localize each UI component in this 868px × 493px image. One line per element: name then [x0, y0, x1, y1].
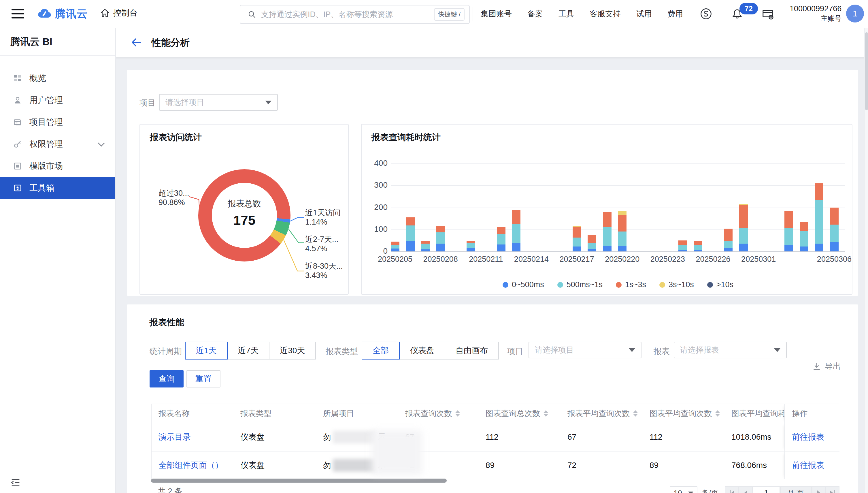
- segment-0~500ms: [573, 246, 581, 251]
- last-page-button[interactable]: [826, 486, 840, 493]
- sort-icon[interactable]: [543, 410, 548, 416]
- report-name-link[interactable]: 演示目录: [158, 432, 191, 443]
- bar-20250206[interactable]: [406, 217, 415, 251]
- go-to-report-link[interactable]: 前往报表: [792, 460, 824, 471]
- export-button[interactable]: 导出: [812, 361, 841, 372]
- bar-20250227[interactable]: [724, 229, 733, 251]
- period-option-近1天[interactable]: 近1天: [185, 342, 228, 360]
- legend-item-3s~10s[interactable]: 3s~10s: [659, 280, 694, 289]
- period-option-近30天[interactable]: 近30天: [269, 342, 316, 360]
- segment-500ms~1s: [830, 224, 839, 242]
- segment-0~500ms: [436, 243, 445, 251]
- avatar[interactable]: 1: [846, 5, 864, 22]
- bar-20250305[interactable]: [815, 184, 823, 251]
- page-size-select[interactable]: 10: [670, 486, 697, 493]
- column-header-图表平均查询耗时: 图表平均查询耗时: [731, 404, 784, 423]
- bar-20250304[interactable]: [800, 222, 808, 251]
- bar-20250303[interactable]: [784, 211, 793, 251]
- column-header-label: 所属项目: [323, 408, 354, 419]
- legend-item-500ms~1s[interactable]: 500ms~1s: [557, 280, 603, 289]
- donut-slice-label-0: 超过30...90.86%: [158, 189, 189, 207]
- report-name-link[interactable]: 全部组件页面（）: [158, 460, 223, 471]
- segment-1s~3s: [678, 240, 687, 245]
- bar-20250224[interactable]: [678, 240, 687, 251]
- service-icon[interactable]: [700, 7, 712, 20]
- column-header-图表查询总次数[interactable]: 图表查询总次数: [486, 404, 567, 423]
- sidebar-item-项目管理[interactable]: 项目管理: [0, 111, 115, 133]
- search-button[interactable]: 查询: [150, 370, 183, 387]
- current-page[interactable]: 1: [753, 486, 780, 493]
- topbar-menu-item-5[interactable]: 费用: [667, 9, 683, 19]
- bar-20250212[interactable]: [497, 227, 506, 251]
- performance-card: 报表性能 统计周期 近1天近7天近30天 报表类型 全部仪表盘自由画布 项目 请…: [127, 304, 858, 493]
- console-settings-icon[interactable]: [761, 7, 775, 20]
- bar-20250213[interactable]: [512, 210, 520, 251]
- table-hscrollbar: [151, 478, 840, 483]
- account-info[interactable]: 100000992766 主账号: [789, 3, 842, 23]
- legend-item-1s~3s[interactable]: 1s~3s: [616, 280, 646, 289]
- topbar-menu-item-3[interactable]: 客服支持: [589, 9, 621, 19]
- bar-20250306[interactable]: [830, 208, 839, 252]
- global-search-input[interactable]: 支持通过实例ID、IP、名称等搜索资源 快捷键 /: [240, 5, 470, 24]
- sort-down: [543, 414, 548, 416]
- segment-500ms~1s: [421, 243, 430, 250]
- sort-icon[interactable]: [633, 410, 638, 416]
- page-scrollbar-thumb[interactable]: [865, 32, 868, 110]
- hamburger-menu-icon[interactable]: [12, 9, 24, 19]
- sidebar-item-权限管理[interactable]: 权限管理: [0, 133, 115, 155]
- sidebar-item-工具箱[interactable]: 工具箱: [0, 177, 115, 199]
- topbar-menu-item-0[interactable]: 集团账号: [481, 9, 512, 19]
- topbar-menu-item-1[interactable]: 备案: [527, 9, 543, 19]
- x-tick-20250226: 20250226: [689, 255, 738, 264]
- type-option-全部[interactable]: 全部: [362, 342, 400, 360]
- go-to-report-link[interactable]: 前往报表: [792, 432, 824, 443]
- bar-20250205[interactable]: [391, 242, 399, 251]
- bar-20250228[interactable]: [739, 204, 748, 251]
- bar-20250225[interactable]: [694, 241, 702, 251]
- bar-20250210[interactable]: [467, 241, 475, 251]
- sort-icon[interactable]: [455, 410, 460, 416]
- account-role: 主账号: [789, 14, 842, 23]
- legend-item->10s[interactable]: >10s: [707, 280, 733, 289]
- bar-20250218[interactable]: [587, 235, 596, 251]
- column-header-图表平均查询次数[interactable]: 图表平均查询次数: [649, 404, 731, 423]
- type-option-仪表盘[interactable]: 仪表盘: [399, 342, 445, 360]
- legend-item-0~500ms[interactable]: 0~500ms: [503, 280, 544, 289]
- back-button[interactable]: [130, 36, 142, 48]
- type-option-自由画布[interactable]: 自由画布: [445, 342, 499, 360]
- project-select-2[interactable]: 请选择项目: [529, 342, 642, 358]
- topbar-menu-item-4[interactable]: 试用: [636, 9, 652, 19]
- bar-20250220[interactable]: [618, 211, 626, 251]
- project-select[interactable]: 请选择项目: [159, 94, 278, 111]
- segment-0~500ms: [815, 243, 823, 251]
- period-option-近7天[interactable]: 近7天: [227, 342, 270, 360]
- bar-chart[interactable]: 4003002001000202502052025020820250211202…: [362, 125, 852, 294]
- segment-3s~10s: [618, 211, 626, 215]
- first-page-button[interactable]: [725, 486, 739, 493]
- bar-20250217[interactable]: [573, 226, 581, 251]
- x-tick-20250214: 20250214: [507, 255, 556, 264]
- y-tick-200: 200: [362, 203, 387, 212]
- sidebar-item-用户管理[interactable]: 用户管理: [0, 89, 115, 111]
- column-header-报表平均查询次数[interactable]: 报表平均查询次数: [567, 404, 649, 423]
- hscrollbar-thumb[interactable]: [151, 478, 447, 483]
- report-select[interactable]: 请选择报表: [674, 342, 787, 358]
- column-header-报表查询次数[interactable]: 报表查询次数: [405, 404, 486, 423]
- sidebar-collapse-icon[interactable]: [10, 477, 21, 488]
- bar-20250208[interactable]: [436, 226, 445, 251]
- bar-20250207[interactable]: [421, 241, 430, 251]
- sidebar-item-概览[interactable]: 概览: [0, 67, 115, 89]
- console-entry[interactable]: 控制台: [99, 7, 137, 18]
- sort-icon[interactable]: [715, 410, 720, 416]
- next-page-button[interactable]: [812, 486, 826, 493]
- page-scrollbar[interactable]: [864, 28, 868, 493]
- sidebar-item-模版市场[interactable]: 模版市场: [0, 155, 115, 177]
- column-header-label: 报表类型: [240, 408, 271, 419]
- key-icon: [13, 140, 22, 149]
- tencent-cloud-logo[interactable]: 腾讯云: [37, 6, 88, 21]
- notification-count-badge[interactable]: 72: [739, 3, 758, 15]
- prev-page-button[interactable]: [739, 486, 753, 493]
- topbar-menu-item-2[interactable]: 工具: [558, 9, 574, 19]
- bar-20250219[interactable]: [603, 212, 611, 251]
- reset-button[interactable]: 重置: [186, 370, 220, 387]
